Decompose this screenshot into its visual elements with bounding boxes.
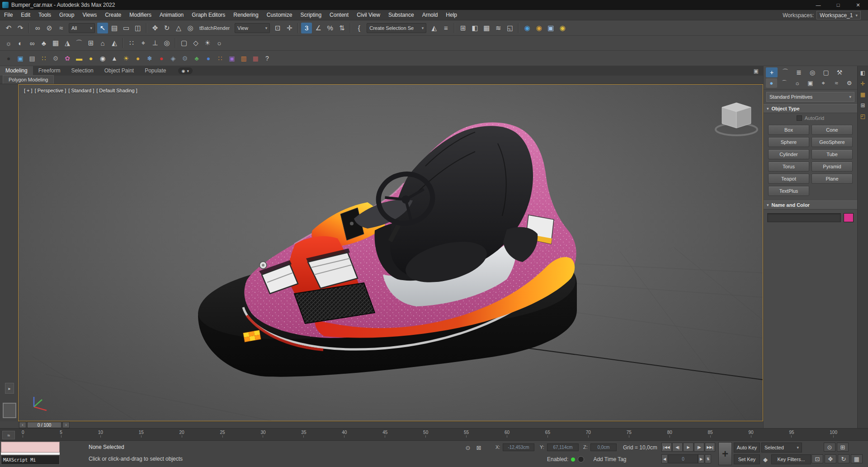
- object-name-input[interactable]: [767, 213, 841, 222]
- render-production-icon[interactable]: ◉: [557, 23, 568, 33]
- render-setup-icon[interactable]: ◉: [533, 23, 544, 33]
- select-and-place-icon[interactable]: ◎: [185, 23, 196, 33]
- snaps-toggle-icon[interactable]: 3: [301, 23, 312, 33]
- building-icon[interactable]: ▦: [250, 53, 261, 64]
- normal-align-icon[interactable]: ⊥: [150, 38, 160, 48]
- arc-icon[interactable]: ⌒: [74, 38, 85, 48]
- pan-icon[interactable]: ✥: [825, 454, 836, 463]
- object-type-button[interactable]: Sphere: [768, 137, 809, 147]
- ribbon-toggle-icon[interactable]: ▦: [481, 23, 492, 33]
- grid-helper-icon[interactable]: ▦: [50, 38, 61, 48]
- terrain-icon[interactable]: ◮: [62, 38, 73, 48]
- name-color-rollout-header[interactable]: ▾ Name and Color: [764, 200, 857, 210]
- workspace-dropdown[interactable]: Workspace_1 ▾: [816, 11, 861, 19]
- object-type-button[interactable]: Pyramid: [811, 162, 853, 172]
- cat-shapes-icon[interactable]: ⌒: [779, 78, 790, 88]
- strip-create-icon[interactable]: ✛: [859, 80, 867, 88]
- zoom-icon[interactable]: ⊙: [824, 443, 835, 452]
- selection-region-icon[interactable]: ▭: [121, 23, 132, 33]
- menu-item[interactable]: Create: [101, 10, 125, 20]
- curve-editor-icon[interactable]: ≋: [493, 23, 504, 33]
- schematic-view-icon[interactable]: ◱: [505, 23, 515, 33]
- select-and-move-icon[interactable]: ✥: [150, 23, 160, 33]
- scene-explorer-icon[interactable]: ⊞: [458, 23, 468, 33]
- ribbon-tab[interactable]: Freeform: [33, 66, 66, 76]
- window-crossing-icon[interactable]: ◫: [132, 23, 143, 33]
- batch-render-button[interactable]: tBatchRender: [196, 25, 233, 31]
- named-selection-sets-icon[interactable]: {: [354, 23, 364, 33]
- diamond-icon[interactable]: ◈: [168, 53, 179, 64]
- percent-snap-icon[interactable]: %: [325, 23, 335, 33]
- minimize-button[interactable]: —: [808, 0, 828, 10]
- tab-hierarchy-icon[interactable]: ≣: [793, 67, 805, 77]
- object-type-button[interactable]: Cone: [811, 125, 853, 135]
- strip-grid-icon[interactable]: ▦: [859, 91, 867, 99]
- y-coordinate-field[interactable]: 67,114cm: [547, 443, 579, 451]
- frame-forward-arrow[interactable]: ›: [62, 422, 70, 428]
- viewport-label-segment[interactable]: [ + ]: [24, 88, 33, 93]
- select-by-name-icon[interactable]: ▤: [109, 23, 120, 33]
- menu-item[interactable]: Arnold: [418, 10, 442, 20]
- mirror-tool-icon[interactable]: ◭: [109, 38, 120, 48]
- play-button[interactable]: ▶: [683, 443, 693, 452]
- panel-dock-icon[interactable]: ◧: [859, 69, 867, 77]
- set-keys-button[interactable]: +: [718, 442, 732, 465]
- flower-icon[interactable]: ✿: [62, 53, 73, 64]
- gear-pair-icon[interactable]: ⚙: [179, 53, 190, 64]
- selection-lock-icon[interactable]: ⊠: [475, 443, 483, 452]
- menu-item[interactable]: Customize: [263, 10, 297, 20]
- folder-icon[interactable]: ▤: [27, 53, 38, 64]
- maximize-viewport-icon[interactable]: ▦: [851, 454, 863, 463]
- viewport-label-segment[interactable]: [ Standard ]: [68, 88, 94, 93]
- frame-prev-button[interactable]: ◀: [661, 454, 668, 463]
- dots-icon[interactable]: ∷: [215, 53, 226, 64]
- object-type-button[interactable]: Cylinder: [768, 149, 809, 159]
- menu-item[interactable]: Edit: [17, 10, 34, 20]
- select-object-icon[interactable]: ↖: [97, 23, 108, 33]
- key-set-dropdown[interactable]: Selected ▾: [761, 443, 802, 453]
- viewport-label-segment[interactable]: [ Perspective ]: [35, 88, 66, 93]
- isolate-selection-icon[interactable]: ⊙: [464, 443, 472, 452]
- object-type-button[interactable]: Tube: [811, 149, 853, 159]
- object-type-button[interactable]: Teapot: [768, 174, 809, 184]
- cat-spacewarps-icon[interactable]: ≈: [831, 78, 842, 88]
- add-time-tag[interactable]: Add Time Tag: [593, 456, 626, 462]
- current-frame-field[interactable]: 0: [668, 454, 698, 463]
- array-icon[interactable]: ⊞: [85, 38, 96, 48]
- reference-coordinate-dropdown[interactable]: View▾: [235, 23, 270, 33]
- select-and-manipulate-icon[interactable]: ✛: [284, 23, 295, 33]
- measure-distance-icon[interactable]: ⌖: [138, 38, 149, 48]
- menu-item[interactable]: Views: [78, 10, 101, 20]
- z-coordinate-field[interactable]: 0,0cm: [590, 443, 617, 451]
- wireframe-icon[interactable]: ◇: [190, 38, 201, 48]
- film-icon[interactable]: ▥: [238, 53, 249, 64]
- tab-create-icon[interactable]: +: [766, 67, 778, 77]
- mini-curve-editor-button[interactable]: ≈: [2, 431, 15, 439]
- menu-item[interactable]: Help: [442, 10, 461, 20]
- redo-icon[interactable]: ↷: [15, 23, 26, 33]
- menu-item[interactable]: Graph Editors: [188, 10, 229, 20]
- chain-link-icon[interactable]: ∞: [27, 38, 38, 48]
- circle-yellow-icon[interactable]: ●: [85, 53, 96, 64]
- ribbon-tab[interactable]: Modeling: [0, 66, 33, 76]
- menu-item[interactable]: Content: [326, 10, 353, 20]
- menu-item[interactable]: Rendering: [229, 10, 262, 20]
- teapot-icon[interactable]: ◉: [97, 53, 108, 64]
- ribbon-options-button[interactable]: ◉ ▾: [178, 67, 193, 74]
- display-box-icon[interactable]: ▢: [179, 38, 189, 48]
- cat-helpers-icon[interactable]: ⌖: [818, 78, 829, 88]
- cat-geometry-icon[interactable]: ●: [766, 78, 777, 88]
- macro-recorder-field[interactable]: [1, 442, 60, 453]
- select-and-scale-icon[interactable]: △: [173, 23, 184, 33]
- go-to-end-button[interactable]: ▶▶|: [705, 443, 715, 452]
- angle-snap-icon[interactable]: ∠: [313, 23, 324, 33]
- x-coordinate-field[interactable]: -12,453cm: [503, 443, 534, 451]
- gears-icon[interactable]: ⚙: [50, 53, 61, 64]
- sphere-helper-icon[interactable]: ○: [214, 38, 225, 48]
- tab-motion-icon[interactable]: ◎: [807, 67, 818, 77]
- rect-yellow-icon[interactable]: ▬: [74, 53, 85, 64]
- menu-item[interactable]: Tools: [34, 10, 55, 20]
- ribbon-minimize-icon[interactable]: ▣: [754, 68, 759, 74]
- rendered-frame-icon[interactable]: ▣: [545, 23, 556, 33]
- tab-utilities-icon[interactable]: ⚒: [834, 67, 845, 77]
